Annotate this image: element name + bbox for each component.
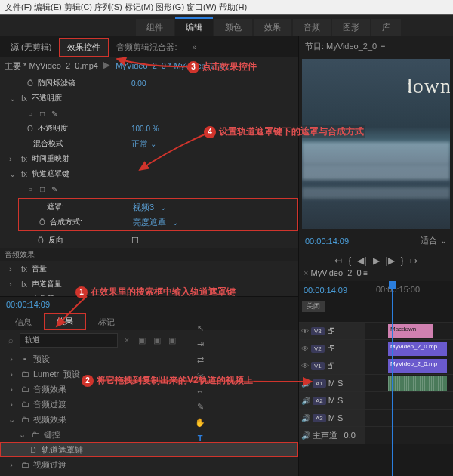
timeline-panel: × MyVideo_2_0 ≡ 00:00:14:09 关闭 00:00:15:…: [299, 264, 453, 476]
pen-icon[interactable]: ✎: [50, 110, 59, 118]
val-anti-flicker[interactable]: 0.00: [131, 79, 295, 88]
clip-v2[interactable]: MyVideo_2_0.mp: [388, 342, 447, 356]
timeline-title: MyVideo_2_0: [310, 268, 361, 277]
playhead[interactable]: [392, 281, 393, 476]
transport-bar: 00:00:14:09适合 ⌄ ↤ { ◀| ▶ |▶ } ↦: [299, 232, 453, 264]
menu-mark[interactable]: 标记(M): [125, 2, 154, 13]
annotation-2: 2将它拖拽到复制出来的V2轨道的视频上: [82, 374, 254, 387]
tab-audio[interactable]: 音频: [293, 19, 331, 36]
timeline-tc: 00:00:14:09: [304, 286, 347, 295]
stopwatch-icon[interactable]: Ö: [26, 125, 35, 133]
effect-track-matte-key[interactable]: 🗋轨道遮罩键: [0, 442, 298, 457]
crumb-main: 主要 * MyVideo_2_0.mp4: [5, 60, 98, 72]
tab-color[interactable]: 颜色: [214, 19, 252, 36]
folder-video-fx[interactable]: ⌄🗀视频效果: [0, 412, 298, 427]
clip-v1[interactable]: MyVideo_2_0.mp: [388, 359, 447, 373]
tab-effect-controls[interactable]: 效果控件: [59, 38, 109, 57]
fx-opacity: 不透明度: [32, 93, 62, 104]
folder-icon: 🗀: [20, 369, 30, 379]
annotation-4: 4设置轨道遮罩键下的遮罩与合成方式: [204, 125, 365, 138]
folder-video-tr[interactable]: ›🗀视频过渡: [0, 457, 298, 472]
stopwatch-icon[interactable]: Ö: [26, 79, 35, 88]
menu-help[interactable]: 帮助(H): [219, 2, 247, 13]
source-panel-tabs: 源:(无剪辑) 效果控件 音频剪辑混合器: »: [0, 36, 298, 57]
clip-a1[interactable]: [388, 376, 447, 391]
tab-editing[interactable]: 编辑: [175, 17, 213, 36]
fx-time-remap: 时间重映射: [32, 153, 69, 164]
tab-info[interactable]: 信息: [3, 314, 44, 330]
tab-effects-lib[interactable]: 效果: [44, 313, 86, 330]
tab-effects[interactable]: 效果: [254, 19, 291, 36]
fx-badge-icon[interactable]: ▣: [166, 334, 178, 346]
track-a1[interactable]: 🔊A1MS: [299, 374, 453, 391]
menu-file[interactable]: 文件(F): [5, 2, 32, 13]
prop-matte: 遮罩:: [47, 202, 64, 212]
track-select-tool-icon[interactable]: ⇥: [197, 339, 204, 349]
stopwatch-icon[interactable]: Ö: [38, 218, 47, 227]
program-tc: 00:00:14:09: [305, 236, 349, 246]
rect-icon[interactable]: □: [38, 110, 47, 118]
selection-tool-icon[interactable]: ↖: [197, 323, 204, 333]
pen-tool-icon[interactable]: ✎: [197, 402, 204, 412]
chevron-down-icon[interactable]: ⌄: [9, 94, 17, 104]
close-badge[interactable]: 关闭: [302, 301, 325, 312]
effect-controls-panel: Ö防闪烁滤镜0.00 ⌄fx不透明度 ○□✎ Ö不透明度100.0 % 混合模式…: [0, 74, 298, 296]
fx-badge-icon[interactable]: ▣: [136, 334, 148, 346]
menu-graphic[interactable]: 图形(G): [156, 2, 184, 13]
tab-source[interactable]: 源:(无剪辑): [3, 39, 59, 56]
clip-v3[interactable]: Macdown: [388, 324, 433, 338]
prop-anti-flicker: 防闪烁滤镜: [38, 78, 76, 88]
composite-dropdown[interactable]: 亮度遮罩 ⌄: [133, 217, 294, 228]
val-blend[interactable]: 正常 ⌄: [131, 138, 295, 150]
effects-panel-tabs: 信息 效果 标记: [0, 312, 298, 330]
fit-dropdown[interactable]: 适合: [421, 235, 437, 246]
menu-edit[interactable]: 编辑(E): [34, 2, 62, 13]
track-a2[interactable]: 🔊A2MS: [299, 391, 453, 409]
fx-badge-icon[interactable]: ▣: [151, 334, 163, 346]
program-monitor[interactable]: Macdown: [302, 59, 450, 229]
stopwatch-icon[interactable]: Ö: [36, 236, 45, 245]
folder-audio-tr[interactable]: ›🗀音频过渡: [0, 397, 298, 412]
type-tool-icon[interactable]: T: [198, 434, 203, 443]
tab-graphics[interactable]: 图形: [332, 19, 370, 36]
matte-dropdown[interactable]: 视频3 ⌄: [133, 202, 294, 213]
prop-opacity: 不透明度: [38, 123, 68, 134]
slip-tool-icon[interactable]: ↔: [196, 387, 205, 396]
fx-ch-volume: 声道音量: [32, 279, 62, 289]
hand-tool-icon[interactable]: ✋: [195, 418, 205, 428]
workspace-tabs: 组件 编辑 颜色 效果 音频 图形 库: [0, 15, 453, 36]
time-ruler[interactable]: 00:00:15:0000:00:30:00: [368, 281, 453, 298]
track-v3[interactable]: 👁V3🗗 Macdown: [299, 322, 453, 339]
ripple-tool-icon[interactable]: ⇄: [197, 355, 204, 365]
fx-track-matte: 轨道遮罩键: [32, 168, 69, 179]
clear-icon[interactable]: ×: [121, 334, 133, 346]
tab-markers[interactable]: 标记: [86, 314, 127, 330]
tab-library[interactable]: 库: [371, 19, 401, 36]
tab-audio-mixer[interactable]: 音频剪辑混合器:: [109, 39, 184, 56]
ellipse-icon[interactable]: ○: [26, 110, 35, 118]
track-master[interactable]: 🔊主声道 0.0: [299, 426, 453, 444]
folder-presets[interactable]: ›▪预设: [0, 351, 298, 366]
tab-assembly[interactable]: 组件: [136, 19, 174, 36]
checkbox-reverse[interactable]: ☐: [131, 236, 139, 245]
track-a3[interactable]: 🔊A3MS: [299, 409, 453, 426]
folder-keying[interactable]: ⌄🗀键控: [0, 427, 298, 442]
menu-window[interactable]: 窗口(W): [186, 2, 217, 13]
effect-tc: 00:00:14:09: [6, 300, 50, 309]
track-v1[interactable]: 👁V1🗗 MyVideo_2_0.mp: [299, 357, 453, 374]
prop-blend: 混合模式: [33, 138, 63, 149]
matte-settings-highlight: 遮罩:视频3 ⌄ Ö合成方式:亮度遮罩 ⌄: [18, 198, 298, 231]
fx-volume: 音量: [32, 264, 47, 274]
menu-clip[interactable]: 剪辑(C): [64, 2, 92, 13]
prop-composite: 合成方式:: [50, 217, 82, 227]
annotation-3: 3点击效果控件: [187, 60, 258, 73]
panel-more-icon[interactable]: »: [184, 39, 204, 54]
annotation-1: 1在效果里的搜索框中输入轨道遮罩键: [76, 286, 237, 298]
program-header: 节目: MyVideo_2_0 ≡: [299, 36, 453, 56]
chevron-down-icon[interactable]: ⌄: [9, 169, 17, 179]
menu-seq[interactable]: 序列(S): [94, 2, 122, 13]
effects-search-input[interactable]: [20, 333, 118, 348]
track-v2[interactable]: 👁V2🗗 MyVideo_2_0.mp: [299, 339, 453, 357]
menu-bar[interactable]: 文件(F) 编辑(E) 剪辑(C) 序列(S) 标记(M) 图形(G) 窗口(W…: [0, 0, 453, 15]
viewer-overlay-text: Macdown: [408, 74, 450, 101]
